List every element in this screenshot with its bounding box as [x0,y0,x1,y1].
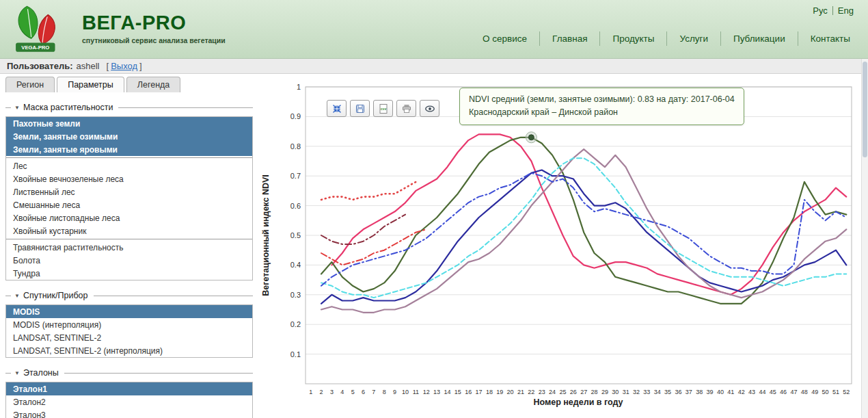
svg-text:35: 35 [664,389,671,395]
tab-legend[interactable]: Легенда [126,77,181,92]
svg-text:41: 41 [727,389,734,395]
svg-text:10: 10 [402,389,409,395]
chart-export-csv-button[interactable]: csv [373,100,393,117]
save-icon [355,103,366,114]
svg-text:15: 15 [455,389,461,395]
list-item[interactable]: Земли, занятые озимыми [6,130,252,143]
svg-text:28: 28 [591,389,598,395]
brand: ВЕГА-PRO спутниковый сервис анализа веге… [82,12,226,44]
chart-visibility-button[interactable] [420,100,439,117]
leaf-logo-icon: VEGA-PRO [5,2,77,57]
list-item[interactable]: Лиственный лес [6,185,252,198]
collapse-triangle-icon: ▼ [14,370,20,376]
svg-text:0.1: 0.1 [290,350,301,358]
list-item[interactable]: Пахотные земли [6,117,252,130]
svg-text:8: 8 [383,389,386,395]
tab-parameters[interactable]: Параметры [57,77,124,92]
list-item[interactable]: MODIS [6,305,252,318]
list-item[interactable]: Эталон3 [6,408,252,418]
list-item[interactable]: Эталон1 [6,382,252,395]
csv-export-icon: csv [378,103,389,114]
svg-text:32: 32 [633,389,640,395]
svg-text:23: 23 [539,389,545,395]
list-item[interactable]: Тундра [6,267,252,280]
sensor-section-header[interactable]: ▼ Спутник/Прибор [5,291,253,300]
nav-about[interactable]: О сервисе [470,31,539,46]
svg-text:6: 6 [362,389,365,395]
header: VEGA-PRO ВЕГА-PRO спутниковый сервис ана… [0,0,868,59]
svg-text:1: 1 [309,389,312,395]
svg-text:27: 27 [580,389,587,395]
list-item[interactable]: Травянистая растительность [6,241,252,254]
svg-text:0.6: 0.6 [290,202,301,210]
svg-text:11: 11 [413,389,419,395]
svg-text:13: 13 [433,389,440,395]
scrollbar-thumb[interactable] [863,62,867,157]
svg-text:38: 38 [696,389,703,395]
svg-text:0.8: 0.8 [290,142,301,151]
bracket-open: [ [107,61,109,71]
chart-tooltip: NDVI средний (земли, занятые озимыми): 0… [459,88,744,125]
list-separator [6,239,252,239]
logout-link[interactable]: Выход [111,61,137,71]
svg-text:3: 3 [330,389,334,395]
vertical-scrollbar[interactable] [861,59,868,418]
nav-products[interactable]: Продукты [599,31,666,46]
svg-text:37: 37 [686,389,692,395]
eye-icon [424,103,435,114]
mask-section-header[interactable]: ▼ Маска растительности [5,103,253,112]
tooltip-line1: NDVI средний (земли, занятые озимыми): 0… [469,93,735,106]
list-item[interactable]: Смешанные леса [6,198,252,211]
svg-text:18: 18 [486,389,493,395]
list-item[interactable]: LANDSAT, SENTINEL-2 (интерполяция) [6,344,252,357]
list-item[interactable]: Хвойные вечнозеленые леса [6,172,252,185]
list-item[interactable]: Болота [6,254,252,267]
bracket-close: ] [139,61,142,71]
app-title: ВЕГА-PRO [82,12,226,34]
lang-rus[interactable]: Рус [808,5,832,16]
print-icon [401,103,412,114]
sensor-list: MODIS MODIS (интерполяция) LANDSAT, SENT… [5,304,253,358]
nav-home[interactable]: Главная [539,31,599,46]
chart-save-button[interactable] [350,100,370,117]
svg-text:20: 20 [507,389,514,395]
svg-text:39: 39 [707,389,714,395]
chart-fit-button[interactable] [327,100,347,117]
list-item[interactable]: MODIS (интерполяция) [6,318,252,331]
svg-text:47: 47 [790,389,797,395]
svg-text:42: 42 [738,389,745,395]
sidebar-tabs: Регион Параметры Легенда [5,77,253,92]
etalon-list: Эталон1 Эталон2 Эталон3 Эталон4 [5,382,253,418]
list-item[interactable]: Лес [6,159,252,172]
ndvi-chart[interactable]: 0.10.20.30.40.50.60.70.80.91123456789101… [256,77,868,418]
user-label: Пользователь: [7,61,73,71]
nav-services[interactable]: Услуги [666,31,720,46]
list-item[interactable]: Эталон2 [6,395,252,408]
compress-arrows-icon [331,103,342,114]
list-item[interactable]: Хвойный кустарник [6,224,252,237]
etalon-section-header[interactable]: ▼ Эталоны [5,368,253,378]
logo-badge-text: VEGA-PRO [21,44,49,51]
username: ashell [77,61,100,71]
svg-text:21: 21 [517,389,524,395]
svg-text:9: 9 [393,389,396,395]
list-item[interactable]: LANDSAT, SENTINEL-2 [6,331,252,344]
svg-text:51: 51 [832,389,839,395]
svg-text:34: 34 [654,389,661,395]
svg-text:43: 43 [748,389,755,395]
list-item[interactable]: Земли, занятые яровыми [6,143,252,156]
nav-contacts[interactable]: Контакты [798,31,863,46]
chart-print-button[interactable] [396,100,416,117]
vega-logo[interactable]: VEGA-PRO [5,2,77,57]
chart-panel: 0.10.20.30.40.50.60.70.80.91123456789101… [256,77,868,418]
svg-text:48: 48 [801,389,808,395]
svg-text:36: 36 [675,389,681,395]
tab-region[interactable]: Регион [5,77,55,92]
nav-publications[interactable]: Публикации [720,31,798,46]
tooltip-line2: Краснодарский край – Динской район [469,106,735,119]
sensor-section-title: Спутник/Прибор [23,291,88,300]
svg-text:33: 33 [643,389,650,395]
lang-eng[interactable]: Eng [833,5,858,16]
list-item[interactable]: Хвойные листопадные леса [6,211,252,224]
vegetation-mask-list: Пахотные земли Земли, занятые озимыми Зе… [5,116,253,280]
